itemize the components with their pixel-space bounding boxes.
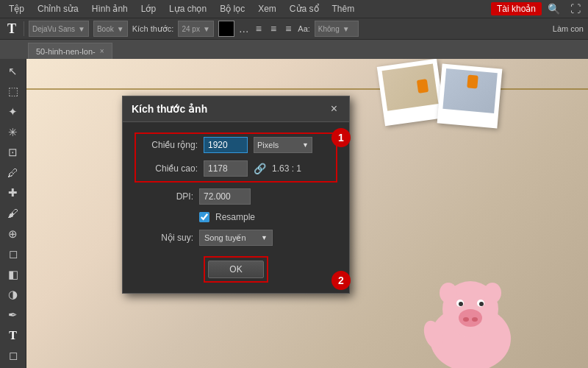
- eraser-tool[interactable]: ◻: [3, 244, 24, 263]
- annotation-1: 1: [331, 128, 351, 147]
- clone-tool[interactable]: ⊕: [3, 224, 24, 244]
- dpi-row: DPI:: [135, 188, 337, 205]
- image-size-dialog: Kích thước ảnh × 1 Chiều rộng:: [122, 96, 350, 294]
- wand-tool[interactable]: ✳: [3, 123, 24, 142]
- width-row: Chiều rộng: Pixels ▼: [139, 137, 333, 153]
- brush-tool[interactable]: 🖌: [3, 204, 24, 223]
- menu-bo-loc[interactable]: Bộ lọc: [214, 2, 251, 15]
- units-select[interactable]: Pixels ▼: [254, 137, 312, 153]
- menu-lua-chon[interactable]: Lựa chọn: [163, 2, 212, 15]
- dpi-label: DPI:: [135, 191, 193, 202]
- separator-1: [24, 21, 24, 36]
- height-row: Chiều cao: 🔗 1.63 : 1: [139, 160, 333, 177]
- healing-tool[interactable]: ✚: [3, 184, 24, 203]
- interpolation-select[interactable]: Song tuyến ▼: [199, 230, 273, 246]
- interpolation-label: Nội suy:: [135, 233, 193, 243]
- menu-bar: Tệp Chỉnh sửa Hình ảnh Lớp Lựa chọn Bộ l…: [0, 0, 588, 18]
- align-center-button[interactable]: ≡: [268, 22, 279, 35]
- document-tab[interactable]: 50-hinh-nen-lon- ×: [28, 43, 112, 59]
- align-left-button[interactable]: ≡: [254, 22, 264, 35]
- eyedropper-tool[interactable]: 🖊: [3, 163, 24, 183]
- dialog-close-button[interactable]: ×: [328, 102, 340, 116]
- dodge-tool[interactable]: ◑: [3, 286, 24, 305]
- pointer-tool[interactable]: ↖: [3, 62, 24, 81]
- tab-bar: 50-hinh-nen-lon- ×: [0, 40, 588, 59]
- width-input[interactable]: [204, 137, 248, 153]
- select-tool[interactable]: ⬚: [3, 82, 24, 102]
- search-icon[interactable]: 🔍: [543, 1, 564, 16]
- annotation-2: 2: [331, 271, 351, 290]
- resample-label: Resample: [215, 212, 255, 222]
- resample-checkbox[interactable]: [199, 212, 209, 222]
- font-style-value: Book: [97, 25, 114, 33]
- menu-lop[interactable]: Lớp: [135, 2, 162, 15]
- tab-name: 50-hinh-nen-lon-: [36, 47, 96, 56]
- expand-icon[interactable]: ⛶: [566, 1, 585, 16]
- dialog-overlay: Kích thước ảnh × 1 Chiều rộng:: [26, 59, 588, 368]
- canvas-area: Kích thước ảnh × 1 Chiều rộng:: [26, 59, 588, 368]
- align-right-button[interactable]: ≡: [283, 22, 293, 35]
- font-style-select[interactable]: Book ▼: [93, 21, 128, 37]
- ok-outline: OK: [204, 256, 268, 283]
- tab-close-button[interactable]: ×: [100, 47, 104, 55]
- toolbar: T DejaVu Sans ▼ Book ▼ Kích thước: 24 px…: [0, 18, 588, 40]
- aa-label: Aa:: [298, 24, 310, 33]
- size-label: Kích thước:: [132, 24, 174, 34]
- menu-hinh-anh[interactable]: Hình ảnh: [86, 2, 134, 15]
- aa-value: Không: [318, 25, 340, 33]
- ok-button-area: OK 2: [135, 256, 337, 283]
- gradient-tool[interactable]: ◧: [3, 265, 24, 284]
- color-swatch[interactable]: [218, 21, 234, 37]
- menu-tep[interactable]: Tệp: [3, 2, 30, 15]
- shape-tool[interactable]: ◻: [3, 346, 24, 365]
- height-label: Chiều cao:: [139, 163, 198, 174]
- units-value: Pixels: [257, 141, 279, 149]
- chain-icon: 🔗: [254, 163, 266, 174]
- menu-xem[interactable]: Xem: [252, 2, 282, 15]
- font-size-select[interactable]: 24 px ▼: [178, 21, 213, 37]
- more-options-button[interactable]: …: [239, 23, 249, 35]
- menu-chinh-sua[interactable]: Chỉnh sửa: [32, 2, 85, 15]
- menu-them[interactable]: Thêm: [326, 2, 361, 15]
- width-label: Chiều rộng:: [139, 140, 198, 150]
- text-tool[interactable]: T: [3, 326, 24, 345]
- ok-button[interactable]: OK: [208, 261, 263, 278]
- menu-cua-so[interactable]: Cửa sổ: [284, 2, 325, 15]
- tools-panel: ↖ ⬚ ✦ ✳ ⊡ 🖊 ✚ 🖌 ⊕ ◻ ◧ ◑ ✒ T ◻: [0, 59, 26, 368]
- dpi-input[interactable]: [199, 188, 251, 205]
- height-input[interactable]: [204, 160, 248, 177]
- lasso-tool[interactable]: ✦: [3, 102, 24, 121]
- toolbar-end-label: Làm con: [553, 24, 584, 33]
- interpolation-row: Nội suy: Song tuyến ▼: [135, 230, 337, 246]
- menu-account[interactable]: Tài khoản: [491, 2, 542, 15]
- dialog-titlebar: Kích thước ảnh ×: [123, 96, 349, 122]
- crop-tool[interactable]: ⊡: [3, 143, 24, 162]
- pen-tool[interactable]: ✒: [3, 305, 24, 325]
- font-size-value: 24 px: [182, 25, 199, 33]
- text-tool-icon: T: [4, 21, 19, 37]
- interpolation-value: Song tuyến: [204, 233, 246, 243]
- dimensions-section: 1 Chiều rộng: Pixels ▼ Chiều: [135, 132, 337, 183]
- aspect-ratio: 1.63 : 1: [272, 163, 301, 174]
- dialog-body: 1 Chiều rộng: Pixels ▼ Chiều: [123, 122, 349, 293]
- aa-select[interactable]: Không ▼: [315, 21, 359, 37]
- dialog-title: Kích thước ảnh: [132, 103, 207, 115]
- resample-row: Resample: [199, 212, 337, 222]
- font-family-select[interactable]: DejaVu Sans ▼: [29, 21, 89, 37]
- main-area: ↖ ⬚ ✦ ✳ ⊡ 🖊 ✚ 🖌 ⊕ ◻ ◧ ◑ ✒ T ◻: [0, 59, 588, 368]
- font-family-value: DejaVu Sans: [32, 25, 75, 33]
